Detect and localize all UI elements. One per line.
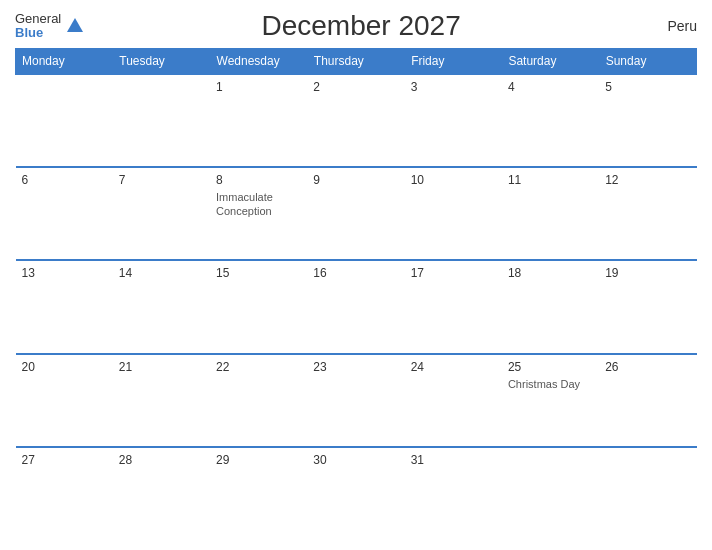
day-number: 20	[22, 360, 107, 374]
calendar-cell: 31	[405, 447, 502, 540]
header-sunday: Sunday	[599, 49, 696, 75]
calendar-cell: 16	[307, 260, 404, 353]
calendar-cell: 27	[16, 447, 113, 540]
calendar-cell: 7	[113, 167, 210, 260]
calendar-week-row: 13141516171819	[16, 260, 697, 353]
calendar-cell: 20	[16, 354, 113, 447]
calendar-cell: 2	[307, 74, 404, 167]
day-number: 21	[119, 360, 204, 374]
calendar-cell: 5	[599, 74, 696, 167]
day-number: 25	[508, 360, 593, 374]
day-number: 5	[605, 80, 690, 94]
header-monday: Monday	[16, 49, 113, 75]
day-number: 19	[605, 266, 690, 280]
day-number: 15	[216, 266, 301, 280]
calendar-week-row: 12345	[16, 74, 697, 167]
calendar-cell: 4	[502, 74, 599, 167]
day-number: 12	[605, 173, 690, 187]
day-number: 11	[508, 173, 593, 187]
calendar-cell: 28	[113, 447, 210, 540]
header-tuesday: Tuesday	[113, 49, 210, 75]
calendar-cell: 18	[502, 260, 599, 353]
logo-text: General Blue	[15, 12, 61, 41]
day-number: 28	[119, 453, 204, 467]
day-number: 4	[508, 80, 593, 94]
calendar-cell: 30	[307, 447, 404, 540]
calendar-cell	[16, 74, 113, 167]
calendar-cell	[113, 74, 210, 167]
day-number: 24	[411, 360, 496, 374]
day-number: 3	[411, 80, 496, 94]
calendar-cell: 25Christmas Day	[502, 354, 599, 447]
day-number: 6	[22, 173, 107, 187]
day-number: 30	[313, 453, 398, 467]
calendar-cell: 12	[599, 167, 696, 260]
calendar-cell: 26	[599, 354, 696, 447]
calendar-cell: 17	[405, 260, 502, 353]
header-friday: Friday	[405, 49, 502, 75]
svg-marker-0	[67, 18, 83, 32]
day-number: 13	[22, 266, 107, 280]
calendar-table: Monday Tuesday Wednesday Thursday Friday…	[15, 48, 697, 540]
day-number: 16	[313, 266, 398, 280]
day-number: 8	[216, 173, 301, 187]
day-number: 7	[119, 173, 204, 187]
day-number: 2	[313, 80, 398, 94]
calendar-cell: 14	[113, 260, 210, 353]
day-number: 22	[216, 360, 301, 374]
day-number: 26	[605, 360, 690, 374]
calendar-cell: 29	[210, 447, 307, 540]
calendar-cell: 13	[16, 260, 113, 353]
calendar-cell: 9	[307, 167, 404, 260]
header-saturday: Saturday	[502, 49, 599, 75]
day-number: 14	[119, 266, 204, 280]
calendar-cell: 19	[599, 260, 696, 353]
day-number: 9	[313, 173, 398, 187]
month-title: December 2027	[85, 10, 637, 42]
calendar-cell	[599, 447, 696, 540]
holiday-name: Christmas Day	[508, 377, 593, 391]
day-number: 18	[508, 266, 593, 280]
calendar-cell: 6	[16, 167, 113, 260]
day-number: 23	[313, 360, 398, 374]
calendar-cell: 3	[405, 74, 502, 167]
header-wednesday: Wednesday	[210, 49, 307, 75]
logo-icon	[65, 16, 85, 36]
calendar-cell: 24	[405, 354, 502, 447]
calendar-cell: 8Immaculate Conception	[210, 167, 307, 260]
calendar-cell: 22	[210, 354, 307, 447]
day-number: 27	[22, 453, 107, 467]
calendar-cell	[502, 447, 599, 540]
day-number: 31	[411, 453, 496, 467]
calendar-week-row: 202122232425Christmas Day26	[16, 354, 697, 447]
logo: General Blue	[15, 12, 85, 41]
calendar-week-row: 678Immaculate Conception9101112	[16, 167, 697, 260]
calendar-cell: 23	[307, 354, 404, 447]
day-number: 29	[216, 453, 301, 467]
calendar-cell: 1	[210, 74, 307, 167]
day-number: 17	[411, 266, 496, 280]
weekday-header-row: Monday Tuesday Wednesday Thursday Friday…	[16, 49, 697, 75]
calendar-cell: 15	[210, 260, 307, 353]
calendar-header: General Blue December 2027 Peru	[15, 10, 697, 42]
logo-blue: Blue	[15, 26, 61, 40]
calendar-cell: 10	[405, 167, 502, 260]
country-label: Peru	[637, 18, 697, 34]
day-number: 1	[216, 80, 301, 94]
calendar-cell: 21	[113, 354, 210, 447]
holiday-name: Immaculate Conception	[216, 190, 301, 219]
calendar-week-row: 2728293031	[16, 447, 697, 540]
calendar-cell: 11	[502, 167, 599, 260]
logo-general: General	[15, 12, 61, 26]
day-number: 10	[411, 173, 496, 187]
header-thursday: Thursday	[307, 49, 404, 75]
